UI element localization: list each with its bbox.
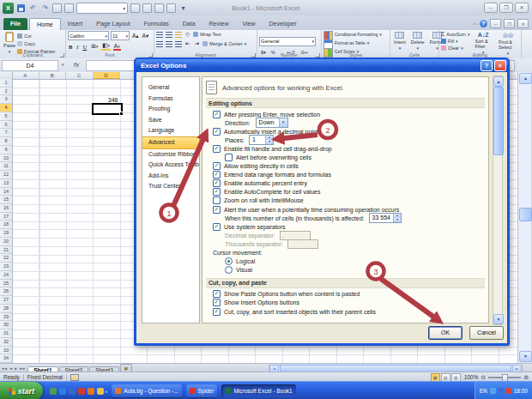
print-preview-icon[interactable] [52, 3, 62, 13]
italic-button[interactable]: I [76, 44, 79, 50]
dialog-launcher-icon[interactable] [60, 53, 64, 57]
dialog-scrollbar[interactable]: ▲ ▼ [493, 76, 503, 325]
row-header-6[interactable]: 6 [0, 121, 12, 130]
quick-launch-icon-2[interactable] [59, 388, 66, 395]
zoom-slider[interactable] [488, 377, 521, 378]
cut-button[interactable]: Cut [17, 33, 55, 39]
row-header-18[interactable]: 18 [0, 221, 12, 229]
row-header-22[interactable]: 22 [0, 254, 12, 263]
align-bottom-icon[interactable] [175, 32, 182, 38]
row-header-7[interactable]: 7 [0, 129, 12, 137]
sidebar-item-language[interactable]: Language [142, 125, 199, 136]
row-header-21[interactable]: 21 [0, 246, 12, 255]
task-button-aula-bg-question-[interactable]: Aula.bg - Question -... [112, 384, 181, 397]
workbook-close-icon[interactable]: ✕ [517, 19, 529, 28]
name-box-arrow-icon[interactable]: ▾ [58, 60, 67, 70]
spinner-buttons[interactable]: ▴▾ [265, 136, 273, 144]
borders-button[interactable]: ⊞▾ [90, 43, 99, 50]
column-header-d[interactable]: D [94, 72, 121, 79]
shrink-font-button[interactable]: A▾ [142, 33, 150, 39]
sidebar-item-add-ins[interactable]: Add-Ins [142, 171, 199, 182]
sheet-nav-icons[interactable]: ◂◂ ◂ ▸ ▸▸ [0, 366, 27, 371]
fill-button[interactable]: Fill▾ [441, 38, 469, 44]
grow-font-button[interactable]: A▴ [131, 33, 140, 39]
tab-page-layout[interactable]: Page Layout [89, 18, 136, 30]
close-icon[interactable]: ✕ [515, 3, 529, 13]
fill-color-button[interactable]: ◧▾ [101, 42, 111, 51]
spinner-field[interactable]: 1▴▾ [249, 135, 274, 145]
checkbox[interactable] [213, 196, 221, 204]
checkbox[interactable]: ✓ [213, 145, 221, 153]
checkbox[interactable]: ✓ [213, 128, 221, 136]
workbook-restore-icon[interactable]: ❐ [504, 19, 515, 28]
merge-center-button[interactable]: Merge & Center▾ [203, 40, 246, 47]
dialog-close-icon[interactable]: ✕ [494, 60, 506, 71]
scroll-down-icon[interactable]: ▼ [493, 314, 504, 324]
copy-button[interactable]: Copy [17, 40, 55, 47]
customize-qat-icon[interactable]: ▾ [178, 3, 188, 13]
spin-down-icon[interactable]: ▾ [266, 140, 273, 144]
row-header-20[interactable]: 20 [0, 238, 12, 246]
tab-insert[interactable]: Insert [61, 18, 90, 30]
sidebar-item-general[interactable]: General [142, 82, 199, 94]
sidebar-item-quick-access-toolbar[interactable]: Quick Access Toolbar [142, 160, 199, 171]
sidebar-item-trust-center[interactable]: Trust Center [142, 181, 199, 192]
sidebar-item-formulas[interactable]: Formulas [142, 94, 199, 105]
row-header-5[interactable]: 5 [0, 112, 12, 121]
task-button-microsoft-excel-book1[interactable]: Microsoft Excel - Book1 [221, 384, 295, 397]
checkbox[interactable] [225, 154, 233, 161]
row-header-25[interactable]: 25 [0, 280, 12, 288]
chevron-down-icon[interactable]: ▾ [123, 5, 127, 11]
row-header-10[interactable]: 10 [0, 154, 12, 163]
vertical-scrollbar[interactable]: ▲ ▼ [517, 72, 531, 363]
format-as-table-button[interactable]: Format as Table▾ [323, 39, 388, 48]
align-top-icon[interactable] [156, 32, 163, 38]
page-layout-view-icon[interactable]: ▤ [441, 373, 450, 382]
column-header-a[interactable]: A [12, 72, 39, 79]
conditional-formatting-button[interactable]: Conditional Formatting▾ [323, 31, 388, 39]
row-header-28[interactable]: 28 [0, 305, 12, 313]
radio-button[interactable] [225, 266, 233, 274]
zoom-out-icon[interactable]: ⊖ [481, 374, 486, 381]
tray-icon-3[interactable] [505, 388, 511, 394]
tab-view[interactable]: View [236, 18, 263, 30]
row-header-26[interactable]: 26 [0, 287, 12, 296]
qat-chip-4-icon[interactable] [166, 3, 176, 13]
insert-function-icon[interactable]: fx [74, 60, 79, 70]
excel-logo-icon[interactable]: X [3, 3, 14, 14]
row-header-12[interactable]: 12 [0, 171, 12, 179]
ok-button[interactable]: OK [428, 326, 462, 340]
chevron-down-icon[interactable]: ▾ [279, 118, 287, 127]
checkbox[interactable]: ✓ [213, 179, 221, 187]
qat-chip-1-icon[interactable] [130, 3, 140, 13]
cancel-button[interactable]: Cancel [469, 326, 504, 340]
save-icon[interactable] [16, 3, 26, 13]
font-color-button[interactable]: A▾ [113, 43, 121, 51]
checkbox[interactable]: ✓ [213, 111, 221, 118]
row-header-19[interactable]: 19 [0, 229, 12, 238]
row-header-31[interactable]: 31 [0, 329, 12, 338]
autosum-button[interactable]: ΣAutoSum▾ [441, 31, 469, 37]
checkbox[interactable]: ✓ [213, 188, 221, 196]
vertical-scroll-thumb[interactable] [519, 208, 532, 221]
name-box[interactable]: D4 [2, 60, 58, 71]
macro-record-icon[interactable] [70, 374, 79, 381]
font-name-combobox[interactable]: Calibri▾ [68, 31, 109, 40]
language-indicator[interactable]: EN [480, 388, 487, 394]
row-header-11[interactable]: 11 [0, 162, 12, 171]
row-header-33[interactable]: 33 [0, 347, 12, 355]
checkbox[interactable]: ✓ [213, 223, 221, 231]
clear-button[interactable]: Clear▾ [441, 45, 469, 51]
row-header-29[interactable]: 29 [0, 313, 12, 322]
row-header-34[interactable]: 34 [0, 354, 12, 363]
checkbox[interactable]: ✓ [213, 290, 221, 298]
number-format-combobox[interactable]: General▾ [259, 37, 316, 46]
redo-icon[interactable]: ↷ [40, 3, 50, 13]
tab-developer[interactable]: Developer [263, 18, 304, 30]
row-header-17[interactable]: 17 [0, 213, 12, 221]
checkbox[interactable]: ✓ [213, 162, 221, 170]
row-header-32[interactable]: 32 [0, 338, 12, 347]
undo-icon[interactable]: ↶ [28, 3, 38, 13]
align-center-icon[interactable] [166, 41, 172, 47]
maximize-icon[interactable]: ❐ [499, 3, 513, 13]
